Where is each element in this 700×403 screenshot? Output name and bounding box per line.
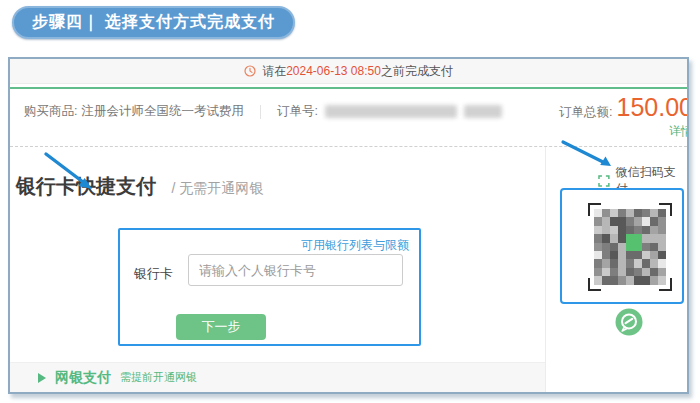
product-label: 购买商品:	[24, 103, 77, 120]
quickpay-subtitle: / 无需开通网银	[172, 180, 264, 196]
step-badge: 步骤四｜ 选择支付方式完成支付	[12, 6, 295, 39]
product-name: 注册会计师全国统一考试费用	[81, 103, 244, 120]
column-divider	[545, 147, 546, 392]
order-total-amount: 150.00	[617, 93, 689, 122]
wechat-pay-icon	[615, 308, 643, 336]
order-total-label: 订单总额:	[559, 104, 612, 121]
annotation-arrow-quickpay	[40, 151, 98, 193]
scan-frame-icon	[598, 175, 610, 187]
deadline-value: 2024-06-13 08:50	[286, 64, 381, 78]
order-number-redacted	[464, 105, 502, 118]
countdown-text: 请在2024-06-13 08:50之前完成支付	[262, 63, 453, 80]
netbank-note: 需提前开通网银	[120, 370, 197, 385]
card-number-label: 银行卡	[134, 265, 173, 283]
qr-mosaic	[594, 209, 666, 285]
order-summary: 购买商品: 注册会计师全国统一考试费用 订单号:	[24, 103, 502, 120]
payment-panel: 请在2024-06-13 08:50之前完成支付 购买商品: 注册会计师全国统一…	[8, 57, 689, 394]
divider	[260, 105, 261, 119]
triangle-right-icon	[38, 373, 46, 383]
netbank-title: 网银支付	[55, 369, 111, 387]
order-info-section: 购买商品: 注册会计师全国统一考试费用 订单号: 订单总额: 150.00 详情	[10, 87, 687, 147]
clock-icon	[244, 65, 256, 77]
netbank-pay-bar[interactable]: 网银支付 需提前开通网银	[10, 362, 545, 392]
card-number-input[interactable]	[188, 254, 403, 286]
countdown-bar: 请在2024-06-13 08:50之前完成支付	[10, 59, 687, 84]
bank-list-link[interactable]: 可用银行列表与限额	[301, 237, 409, 254]
bank-form-box: 可用银行列表与限额 银行卡 下一步	[118, 228, 421, 346]
annotation-arrow-wechat	[558, 139, 618, 171]
detail-link[interactable]: 详情	[559, 123, 689, 140]
page: 步骤四｜ 选择支付方式完成支付 请在2024-06-13 08:50之前完成支付…	[0, 0, 700, 403]
order-total: 订单总额: 150.00 详情	[559, 93, 689, 140]
order-number-label: 订单号:	[277, 103, 318, 120]
next-step-button[interactable]: 下一步	[176, 314, 266, 340]
order-number-redacted	[325, 105, 457, 118]
qr-frame	[560, 188, 684, 304]
